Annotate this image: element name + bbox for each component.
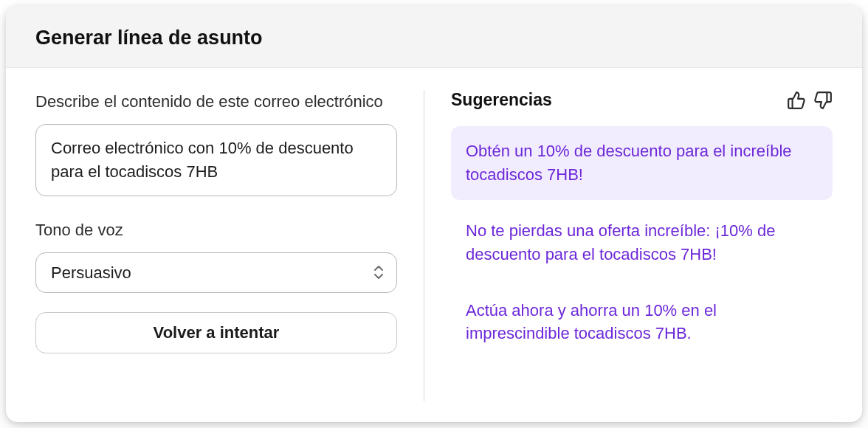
suggestions-panel: Sugerencias bbox=[429, 90, 833, 401]
form-panel: Describe el contenido de este correo ele… bbox=[35, 90, 419, 401]
suggestion-item[interactable]: Obtén un 10% de descuento para el increí… bbox=[451, 126, 833, 200]
tone-label: Tono de voz bbox=[35, 218, 397, 242]
suggestion-item[interactable]: Actúa ahora y ahorra un 10% en el impres… bbox=[451, 286, 833, 359]
retry-button[interactable]: Volver a intentar bbox=[35, 312, 397, 353]
tone-select[interactable]: Persuasivo bbox=[35, 252, 397, 293]
description-label: Describe el contenido de este correo ele… bbox=[35, 90, 397, 114]
panel-divider bbox=[424, 90, 424, 401]
suggestion-item[interactable]: No te pierdas una oferta increíble: ¡10%… bbox=[451, 206, 833, 280]
email-description-input[interactable]: Correo electrónico con 10% de descuento … bbox=[35, 124, 397, 196]
suggestions-header: Sugerencias bbox=[451, 90, 833, 110]
card-body: Describe el contenido de este correo ele… bbox=[6, 68, 862, 422]
tone-select-wrapper: Persuasivo bbox=[35, 252, 397, 293]
thumbs-up-icon[interactable] bbox=[787, 91, 806, 110]
card-header: Generar línea de asunto bbox=[6, 6, 862, 68]
subject-line-generator-card: Generar línea de asunto Describe el cont… bbox=[6, 6, 862, 422]
suggestions-list: Obtén un 10% de descuento para el increí… bbox=[451, 126, 833, 359]
feedback-icons bbox=[787, 91, 833, 110]
card-title: Generar línea de asunto bbox=[35, 27, 833, 49]
thumbs-down-icon[interactable] bbox=[813, 91, 833, 110]
suggestions-title: Sugerencias bbox=[451, 90, 552, 110]
